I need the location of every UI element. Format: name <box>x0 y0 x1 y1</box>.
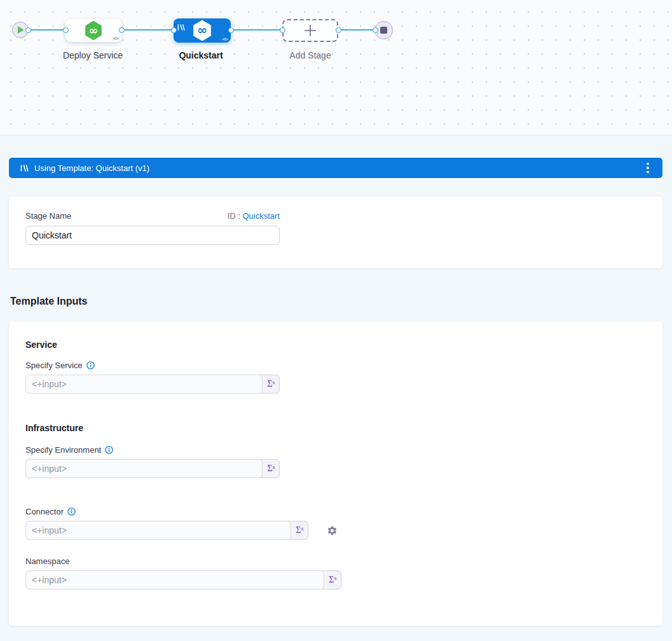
template-inputs-title: Template Inputs <box>10 296 662 307</box>
field-label-specify-environment: Specify Environment <box>25 445 101 455</box>
stage-edit-panel: Using Template: Quickstart (v1) Stage Na… <box>0 135 672 626</box>
stage-name-input[interactable] <box>25 226 280 245</box>
sigma-sup: x <box>272 464 275 470</box>
info-icon[interactable] <box>67 507 76 516</box>
sigma-icon: Σ <box>267 379 272 389</box>
template-banner-text: Using Template: Quickstart (v1) <box>34 163 643 173</box>
field-label-namespace: Namespace <box>25 556 69 566</box>
plus-icon <box>303 24 317 38</box>
info-icon[interactable] <box>86 361 95 369</box>
field-specify-environment: Specify Environment Σx <box>25 445 662 478</box>
connector-settings-button[interactable] <box>327 525 338 536</box>
stage-id-link[interactable]: Quickstart <box>242 211 280 221</box>
svg-text:∞: ∞ <box>197 23 207 38</box>
template-icon <box>20 165 29 172</box>
edge-add-end <box>338 29 375 31</box>
code-view-icon[interactable]: </> <box>113 36 118 41</box>
sigma-icon: Σ <box>329 575 334 585</box>
stage-id-line: ID : Quickstart <box>228 211 280 221</box>
namespace-input[interactable] <box>25 570 324 589</box>
stage-label-deploy-service: Deploy Service <box>63 50 123 60</box>
sigma-icon: Σ <box>296 525 301 535</box>
stage-name-label: Stage Name <box>25 211 71 221</box>
field-specify-service: Specify Service Σx <box>25 361 662 394</box>
stage-label-add-stage: Add Stage <box>289 50 331 60</box>
edge-deploy-quickstart <box>122 29 174 31</box>
cd-stage-icon: ∞ <box>84 20 103 41</box>
sigma-sup: x <box>301 525 304 532</box>
gear-icon <box>327 525 338 536</box>
field-connector: Connector Σx <box>25 507 662 540</box>
stage-id-prefix: ID : <box>228 211 240 221</box>
edge-start-deploy <box>29 29 65 31</box>
field-namespace: Namespace Σx <box>25 556 662 589</box>
connector-input[interactable] <box>25 521 291 540</box>
port-start-out[interactable] <box>25 27 31 33</box>
play-icon <box>18 26 24 34</box>
port-deploy-in[interactable] <box>63 27 69 33</box>
stage-node-deploy-service[interactable]: ∞ </> <box>65 19 121 42</box>
stage-label-quickstart: Quickstart <box>179 50 223 60</box>
section-heading-infrastructure: Infrastructure <box>25 423 662 433</box>
kebab-dot <box>647 171 649 174</box>
port-add-in[interactable] <box>280 27 285 33</box>
specify-environment-input[interactable] <box>25 459 263 478</box>
port-deploy-out[interactable] <box>119 27 125 33</box>
pipeline-canvas[interactable]: ∞ </> ∞ </> Deplo <box>0 0 672 135</box>
port-end-in[interactable] <box>373 27 378 33</box>
field-label-specify-service: Specify Service <box>25 361 83 370</box>
section-heading-service: Service <box>25 340 662 350</box>
template-badge-icon <box>177 22 185 33</box>
add-stage-button[interactable] <box>282 19 338 42</box>
template-options-menu-button[interactable] <box>643 162 652 175</box>
kebab-dot <box>647 163 649 165</box>
template-banner: Using Template: Quickstart (v1) <box>9 158 662 178</box>
cd-stage-icon-selected: ∞ <box>191 19 213 42</box>
port-add-out[interactable] <box>336 27 341 33</box>
kebab-dot <box>647 167 649 169</box>
sigma-sup: x <box>334 575 337 581</box>
code-view-icon[interactable]: </> <box>222 37 228 41</box>
specify-service-input[interactable] <box>25 375 263 394</box>
template-inputs-card: Service Specify Service Σx <box>9 322 662 626</box>
sigma-sup: x <box>272 379 275 385</box>
sigma-icon: Σ <box>267 464 272 474</box>
stage-name-card: Stage Name ID : Quickstart <box>9 196 662 268</box>
field-label-connector: Connector <box>25 507 64 516</box>
svg-text:∞: ∞ <box>89 24 98 37</box>
stage-node-quickstart[interactable]: ∞ </> <box>174 18 231 43</box>
port-quickstart-out[interactable] <box>228 27 234 33</box>
stop-icon <box>380 27 387 34</box>
info-icon[interactable] <box>105 446 113 454</box>
port-quickstart-in[interactable] <box>171 27 177 33</box>
edge-quickstart-add <box>231 29 282 31</box>
